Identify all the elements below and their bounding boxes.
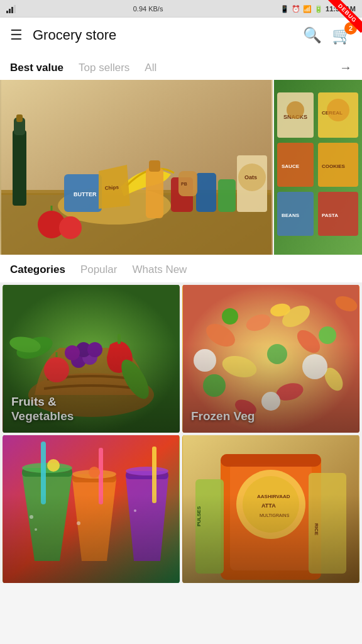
tab-all[interactable]: All xyxy=(145,62,156,74)
status-left xyxy=(6,4,16,13)
tabs-arrow[interactable]: → xyxy=(339,60,352,75)
svg-text:Oats: Oats xyxy=(244,174,257,180)
category-label-fruits-veg: Fruits &Vegetables xyxy=(11,394,74,425)
svg-point-38 xyxy=(287,101,304,119)
svg-point-85 xyxy=(47,459,60,472)
svg-point-39 xyxy=(327,99,349,121)
svg-text:RICE: RICE xyxy=(314,523,319,536)
svg-text:PB: PB xyxy=(181,182,187,186)
banner-main[interactable]: BUTTER Chips xyxy=(0,80,273,255)
svg-rect-84 xyxy=(152,447,156,503)
svg-point-83 xyxy=(126,467,168,475)
section-tabs: Categories Popular Whats New xyxy=(0,255,362,282)
svg-text:PASTA: PASTA xyxy=(322,213,338,218)
signal-icon xyxy=(6,4,16,13)
menu-button[interactable]: ☰ xyxy=(10,27,23,43)
category-card-frozen-veg[interactable]: Frozen Veg xyxy=(182,285,359,433)
svg-point-77 xyxy=(22,463,72,473)
svg-text:BUTTER: BUTTER xyxy=(74,191,97,197)
svg-text:PULSES: PULSES xyxy=(196,506,202,526)
svg-rect-100 xyxy=(221,454,321,467)
svg-point-89 xyxy=(77,521,80,525)
banner-side[interactable]: SNACKS CEREAL SAUCE COOKIES BEANS PASTA xyxy=(274,80,362,255)
svg-text:COOKIES: COOKIES xyxy=(322,164,346,169)
svg-point-47 xyxy=(87,342,102,357)
wifi-icon: 📶 xyxy=(303,5,312,13)
svg-rect-48 xyxy=(118,334,121,344)
svg-text:BEANS: BEANS xyxy=(282,213,300,218)
category-card-grains[interactable]: AASHIRVAAD ATTA MULTIGRAINS RICE PULSES xyxy=(182,435,359,583)
svg-rect-16 xyxy=(196,173,216,212)
tab-top-sellers[interactable]: Top sellers xyxy=(79,62,129,74)
svg-text:SAUCE: SAUCE xyxy=(282,164,300,169)
svg-rect-13 xyxy=(146,168,163,218)
svg-text:ATTA: ATTA xyxy=(261,502,276,509)
category-grid: Fruits &Vegetables xyxy=(0,282,362,583)
svg-rect-17 xyxy=(218,179,236,212)
svg-point-11 xyxy=(59,216,82,239)
svg-text:MULTIGRAINS: MULTIGRAINS xyxy=(260,513,290,518)
svg-point-87 xyxy=(30,515,33,519)
tab-whats-new[interactable]: Whats New xyxy=(132,264,187,276)
app-title: Grocery store xyxy=(33,27,303,43)
status-speed: 0.94 KB/s xyxy=(133,5,163,13)
svg-point-90 xyxy=(134,509,136,512)
svg-rect-6 xyxy=(16,114,23,122)
svg-point-72 xyxy=(222,308,238,325)
tab-categories[interactable]: Categories xyxy=(10,264,65,276)
category-card-drinks[interactable] xyxy=(3,435,180,583)
device-icon: 📱 xyxy=(280,5,289,13)
battery-icon: 🔋 xyxy=(314,5,323,13)
svg-rect-14 xyxy=(149,160,160,172)
status-bar: 0.94 KB/s 📱 ⏰ 📶 🔋 11:57 AM xyxy=(0,0,362,18)
app-bar: ☰ Grocery store 🔍 🛒 2 xyxy=(0,18,362,53)
svg-rect-78 xyxy=(41,441,46,504)
category-card-fruits-veg[interactable]: Fruits &Vegetables xyxy=(3,285,180,433)
svg-point-46 xyxy=(65,345,80,360)
svg-text:AASHIRVAAD: AASHIRVAAD xyxy=(257,494,290,499)
value-tabs: Best value Top sellers All → xyxy=(0,53,362,80)
svg-rect-81 xyxy=(99,448,103,504)
svg-point-49 xyxy=(44,357,69,382)
tab-best-value[interactable]: Best value xyxy=(10,62,63,74)
tab-popular[interactable]: Popular xyxy=(80,264,118,276)
main-banner-scene: BUTTER Chips xyxy=(0,80,273,255)
alarm-icon: ⏰ xyxy=(292,5,300,13)
svg-point-86 xyxy=(89,467,100,478)
svg-rect-4 xyxy=(13,130,26,206)
svg-point-88 xyxy=(35,528,37,531)
search-button[interactable]: 🔍 xyxy=(303,26,322,44)
debug-ribbon xyxy=(324,0,362,38)
category-label-frozen-veg: Frozen Veg xyxy=(191,409,255,424)
banner-area: BUTTER Chips xyxy=(0,80,362,255)
